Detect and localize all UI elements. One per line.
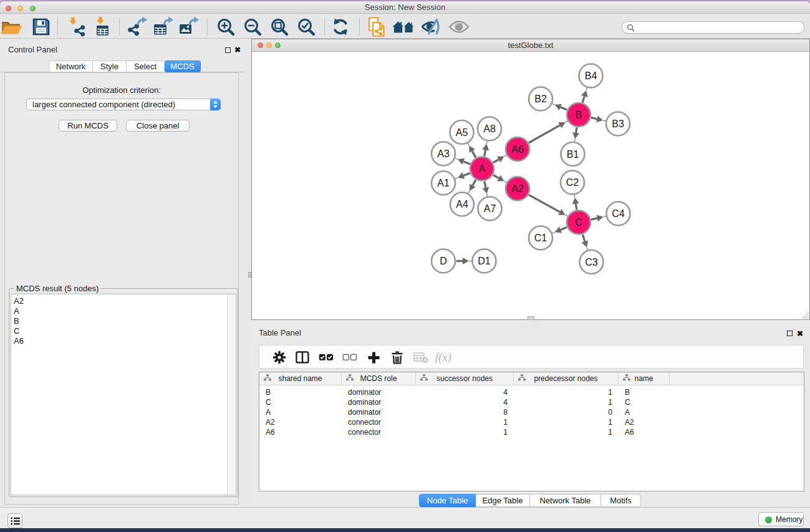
- graph-node-B4[interactable]: B4: [579, 64, 603, 88]
- criterion-select[interactable]: largest connected component (directed): [26, 99, 221, 110]
- duplicate-network-icon[interactable]: [365, 17, 388, 37]
- export-image-icon[interactable]: [178, 17, 201, 37]
- close-panel-button[interactable]: Close panel: [126, 120, 190, 132]
- table-row[interactable]: A6connector11A6: [259, 427, 804, 437]
- table-row[interactable]: Bdominator41B: [259, 387, 804, 397]
- zoom-fit-icon[interactable]: [268, 17, 291, 37]
- graph-edge-C-C2[interactable]: [572, 195, 579, 210]
- network-canvas[interactable]: AA1A2A3A4A5A6A7A8BB1B2B3B4CC1C2C3C4DD1: [252, 52, 809, 319]
- column-header[interactable]: MCDS role: [342, 372, 416, 385]
- graph-node-D1[interactable]: D1: [473, 249, 496, 273]
- graph-node-C1[interactable]: C1: [529, 226, 552, 250]
- table-cell[interactable]: 1: [514, 417, 619, 427]
- mcds-result-list[interactable]: A2ABCA6: [11, 294, 236, 495]
- graph-node-C4[interactable]: C4: [607, 202, 630, 226]
- column-header[interactable]: predecessor nodes: [514, 372, 619, 385]
- show-panels-button[interactable]: [7, 513, 22, 528]
- table-options-icon[interactable]: [269, 347, 289, 367]
- graph-node-A7[interactable]: A7: [478, 197, 502, 221]
- table-cell[interactable]: dominator: [342, 397, 416, 407]
- graph-node-B[interactable]: B: [567, 103, 591, 127]
- table-cell[interactable]: A6: [619, 427, 670, 437]
- table-cell[interactable]: 1: [514, 427, 619, 437]
- table-row[interactable]: A2connector11A2: [259, 417, 804, 427]
- graph-node-A4[interactable]: A4: [450, 193, 474, 216]
- table-cell[interactable]: A: [259, 407, 342, 417]
- table-cell[interactable]: C: [259, 397, 342, 407]
- graph-edge-C-C3[interactable]: [582, 235, 588, 250]
- tab-edge-table[interactable]: Edge Table: [476, 494, 530, 507]
- table-cell[interactable]: A2: [619, 417, 670, 427]
- hide-selected-icon[interactable]: [420, 17, 443, 37]
- table-cell[interactable]: A6: [259, 427, 342, 437]
- export-network-icon[interactable]: [127, 17, 149, 37]
- table-cell[interactable]: dominator: [342, 407, 416, 417]
- table-cell[interactable]: 1: [416, 417, 514, 427]
- zoom-in-icon[interactable]: [215, 17, 237, 37]
- tab-style[interactable]: Style: [93, 60, 127, 72]
- table-cell[interactable]: connector: [342, 427, 416, 437]
- table-cell[interactable]: 1: [514, 397, 619, 407]
- table-cell[interactable]: 1: [514, 387, 619, 397]
- graph-edge-B-B4[interactable]: [581, 87, 588, 102]
- mcds-result-item[interactable]: A6: [11, 336, 236, 346]
- show-column-icon[interactable]: [292, 347, 312, 367]
- graph-edge-A-A7[interactable]: [482, 181, 489, 197]
- horizontal-divider-handle[interactable]: [528, 316, 534, 320]
- table-cell[interactable]: B: [259, 387, 342, 397]
- import-network-icon[interactable]: [65, 17, 87, 37]
- save-session-icon[interactable]: [30, 17, 52, 37]
- graph-node-A2[interactable]: A2: [506, 177, 529, 201]
- float-panel-icon[interactable]: [787, 331, 793, 336]
- graph-node-A6[interactable]: A6: [506, 137, 529, 161]
- graph-edge-B-B2[interactable]: [552, 104, 567, 110]
- graph-edge-A-A2[interactable]: [493, 175, 507, 183]
- zoom-out-icon[interactable]: [241, 17, 264, 37]
- delete-column-icon[interactable]: [387, 347, 407, 367]
- graph-node-B3[interactable]: B3: [606, 112, 630, 136]
- graph-edge-A-A1[interactable]: [455, 172, 470, 178]
- network-window-titlebar[interactable]: testGlobe.txt: [252, 39, 809, 52]
- graph-edge-B-B1[interactable]: [572, 127, 579, 142]
- graph-node-A1[interactable]: A1: [432, 172, 455, 195]
- table-cell[interactable]: C: [619, 397, 670, 407]
- graph-edge-A6-B[interactable]: [529, 121, 568, 143]
- graph-edge-C-C4[interactable]: [591, 215, 606, 222]
- table-row[interactable]: Cdominator41C: [259, 397, 804, 407]
- run-mcds-button[interactable]: Run MCDS: [59, 120, 117, 132]
- column-header[interactable]: successor nodes: [416, 372, 514, 385]
- graph-edge-D-D1[interactable]: [456, 258, 473, 264]
- table-cell[interactable]: A: [619, 407, 670, 417]
- table-cell[interactable]: 4: [416, 397, 514, 407]
- graph-node-A8[interactable]: A8: [478, 117, 501, 141]
- column-header[interactable]: name: [619, 372, 670, 385]
- graph-edge-A-A6[interactable]: [493, 155, 507, 162]
- graph-node-B2[interactable]: B2: [529, 87, 552, 111]
- table-cell[interactable]: 1: [416, 427, 514, 437]
- table-cell[interactable]: connector: [342, 417, 416, 427]
- table-cell[interactable]: 8: [416, 407, 514, 417]
- graph-node-A5[interactable]: A5: [450, 120, 474, 144]
- table-cell[interactable]: 0: [514, 407, 619, 417]
- mcds-result-item[interactable]: A2: [11, 296, 236, 306]
- search-input[interactable]: [622, 21, 804, 34]
- close-panel-icon[interactable]: ✖: [234, 46, 241, 54]
- memory-button[interactable]: Memory: [758, 512, 804, 526]
- float-panel-icon[interactable]: [225, 47, 231, 53]
- table-cell[interactable]: B: [619, 387, 670, 397]
- graph-node-C[interactable]: C: [567, 211, 591, 235]
- column-header[interactable]: shared name: [259, 372, 342, 385]
- graph-edge-C-C1[interactable]: [552, 226, 567, 233]
- select-all-columns-icon[interactable]: [316, 347, 336, 367]
- graph-node-A[interactable]: A: [470, 157, 494, 181]
- graph-edge-A-A4[interactable]: [468, 180, 476, 193]
- tab-network-table[interactable]: Network Table: [530, 494, 601, 507]
- scrollbar-track[interactable]: [227, 294, 236, 495]
- add-column-icon[interactable]: [364, 347, 383, 367]
- graph-node-A3[interactable]: A3: [432, 142, 455, 166]
- tab-select[interactable]: Select: [127, 60, 165, 72]
- graph-edge-A-A5[interactable]: [468, 143, 476, 158]
- table-cell[interactable]: A2: [259, 417, 342, 427]
- graph-edge-A-A3[interactable]: [455, 158, 470, 165]
- open-session-icon[interactable]: [1, 17, 23, 37]
